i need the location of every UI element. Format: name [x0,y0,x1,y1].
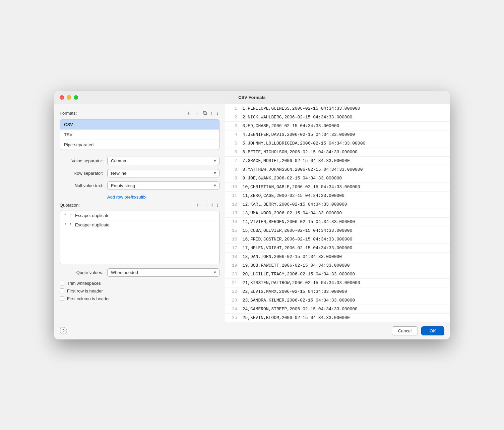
quotation-section: Quotation: ＋ － ↑ ↓ " " Escape: duplicate… [60,202,219,264]
format-item-csv[interactable]: CSV [60,120,219,130]
quotation-list: " " Escape: duplicate ' ' Escape: duplic… [60,211,219,264]
quotation-item-double[interactable]: " " Escape: duplicate [60,211,219,220]
table-row: 33,ED,CHASE,2006-02-15 04:34:33.000000 [225,121,450,130]
line-content: 7,GRACE,MOSTEL,2006-02-15 04:34:33.00000… [243,156,450,165]
line-content: 15,CUBA,OLIVIER,2006-02-15 04:34:33.0000… [243,226,450,235]
value-separator-row: Value separator: Comma Tab Pipe Semicolo… [60,157,219,165]
quotation-add-button[interactable]: ＋ [194,202,201,209]
line-content: 2,NICK,WAHLBERG,2006-02-15 04:34:33.0000… [243,113,450,121]
formats-move-down-button[interactable]: ↓ [215,110,219,116]
row-separator-wrapper: Newline CR+LF CR ▼ [107,169,219,177]
table-row: 11,PENELOPE,GUINESS,2006-02-15 04:34:33.… [225,104,450,113]
row-separator-row: Row separator: Newline CR+LF CR ▼ [60,169,219,177]
minimize-button[interactable] [67,95,71,100]
line-number: 23 [225,296,243,305]
table-row: 2323,SANDRA,KILMER,2006-02-15 04:34:33.0… [225,296,450,305]
table-row: 1818,DAN,TORN,2006-02-15 04:34:33.000000 [225,252,450,261]
line-content: 17,HELEN,VOIGHT,2006-02-15 04:34:33.0000… [243,244,450,252]
line-number: 24 [225,305,243,313]
line-number: 12 [225,200,243,209]
add-row-prefix-link[interactable]: Add row prefix/suffix [107,194,146,200]
line-number: 18 [225,252,243,261]
null-value-select[interactable]: Empty string NULL \N [107,181,219,190]
line-content: 23,SANDRA,KILMER,2006-02-15 04:34:33.000… [243,296,450,305]
line-content: 24,CAMERON,STREEP,2006-02-15 04:34:33.00… [243,305,450,313]
table-row: 2020,LUCILLE,TRACY,2006-02-15 04:34:33.0… [225,270,450,278]
quote-values-select[interactable]: When needed Always Never [107,268,219,277]
formats-copy-button[interactable]: ⧉ [202,110,207,116]
table-row: 2424,CAMERON,STREEP,2006-02-15 04:34:33.… [225,305,450,313]
single-quote-char: ' ' [64,222,72,227]
value-separator-select[interactable]: Comma Tab Pipe Semicolon [107,157,219,165]
line-number: 21 [225,278,243,287]
format-item-pipe[interactable]: Pipe-separated [60,140,219,150]
line-content: 3,ED,CHASE,2006-02-15 04:34:33.000000 [243,121,450,130]
line-number: 10 [225,182,243,191]
line-number: 14 [225,217,243,226]
line-content: 6,BETTE,NICHOLSON,2006-02-15 04:34:33.00… [243,148,450,156]
format-item-tsv[interactable]: TSV [60,130,219,140]
window-title: CSV Formats [238,95,266,100]
line-number: 16 [225,235,243,244]
first-col-header-checkbox[interactable] [60,296,64,301]
cancel-button[interactable]: Cancel [392,326,418,335]
first-row-header-checkbox[interactable] [60,288,64,293]
line-number: 11 [225,191,243,200]
first-col-header-row: First column is header [60,296,219,301]
main-window: CSV Formats Formats: ＋ － ⧉ ↑ ↓ CSV [54,91,450,339]
line-number: 17 [225,244,243,252]
table-row: 1616,FRED,COSTNER,2006-02-15 04:34:33.00… [225,235,450,244]
quote-values-section: Quote values: When needed Always Never ▼ [60,268,219,277]
line-content: 25,KEVIN,BLOOM,2006-02-15 04:34:33.00000… [243,313,450,322]
line-content: 13,UMA,WOOD,2006-02-15 04:34:33.000000 [243,209,450,217]
right-panel: 11,PENELOPE,GUINESS,2006-02-15 04:34:33.… [225,104,450,322]
line-number: 6 [225,148,243,156]
quotation-toolbar: ＋ － ↑ ↓ [194,202,219,209]
formats-header: Formats: ＋ － ⧉ ↑ ↓ [60,110,219,117]
line-content: 5,JOHNNY,LOLLOBRIGIDA,2006-02-15 04:34:3… [243,139,450,148]
left-panel: Formats: ＋ － ⧉ ↑ ↓ CSV TSV Pipe-separate… [54,104,225,322]
ok-button[interactable]: OK [421,326,444,335]
footer: ? Cancel OK [54,322,450,339]
quotation-move-down-button[interactable]: ↓ [215,202,219,209]
formats-toolbar: ＋ － ⧉ ↑ ↓ [185,110,219,117]
line-content: 20,LUCILLE,TRACY,2006-02-15 04:34:33.000… [243,270,450,278]
first-col-header-label: First column is header [67,296,110,301]
quote-values-wrapper: When needed Always Never ▼ [107,268,219,277]
quotation-move-up-button[interactable]: ↑ [210,202,214,209]
line-content: 8,MATTHEW,JOHANSSON,2006-02-15 04:34:33.… [243,165,450,174]
table-row: 77,GRACE,MOSTEL,2006-02-15 04:34:33.0000… [225,156,450,165]
line-content: 18,DAN,TORN,2006-02-15 04:34:33.000000 [243,252,450,261]
quotation-item-single[interactable]: ' ' Escape: duplicate [60,220,219,229]
table-row: 1313,UMA,WOOD,2006-02-15 04:34:33.000000 [225,209,450,217]
trim-whitespaces-checkbox[interactable] [60,281,64,285]
line-content: 9,JOE,SWANK,2006-02-15 04:34:33.000000 [243,174,450,182]
formats-remove-button[interactable]: － [194,110,200,117]
value-separator-label: Value separator: [60,158,103,163]
row-separator-select[interactable]: Newline CR+LF CR [107,169,219,177]
line-number: 3 [225,121,243,130]
maximize-button[interactable] [74,95,78,100]
titlebar: CSV Formats [54,91,450,104]
formats-move-up-button[interactable]: ↑ [209,110,213,116]
table-row: 1111,ZERO,CAGE,2006-02-15 04:34:33.00000… [225,191,450,200]
table-row: 1717,HELEN,VOIGHT,2006-02-15 04:34:33.00… [225,244,450,252]
close-button[interactable] [60,95,64,100]
null-value-label: Null value text: [60,183,103,188]
line-content: 4,JENNIFER,DAVIS,2006-02-15 04:34:33.000… [243,130,450,139]
line-number: 1 [225,104,243,113]
table-row: 1414,VIVIEN,BERGEN,2006-02-15 04:34:33.0… [225,217,450,226]
formats-add-button[interactable]: ＋ [185,110,192,117]
line-number: 25 [225,313,243,322]
help-button[interactable]: ? [60,327,67,334]
quotation-remove-button[interactable]: － [202,202,209,209]
line-content: 10,CHRISTIAN,GABLE,2006-02-15 04:34:33.0… [243,182,450,191]
quotation-label: Quotation: [60,203,80,208]
line-content: 19,BOB,FAWCETT,2006-02-15 04:34:33.00000… [243,261,450,270]
table-row: 2121,KIRSTEN,PALTROW,2006-02-15 04:34:33… [225,278,450,287]
quote-values-label: Quote values: [60,270,103,275]
table-row: 88,MATTHEW,JOHANSSON,2006-02-15 04:34:33… [225,165,450,174]
line-content: 14,VIVIEN,BERGEN,2006-02-15 04:34:33.000… [243,217,450,226]
formats-section: Formats: ＋ － ⧉ ↑ ↓ CSV TSV Pipe-separate… [60,110,219,150]
first-row-header-label: First row is header [67,288,103,293]
